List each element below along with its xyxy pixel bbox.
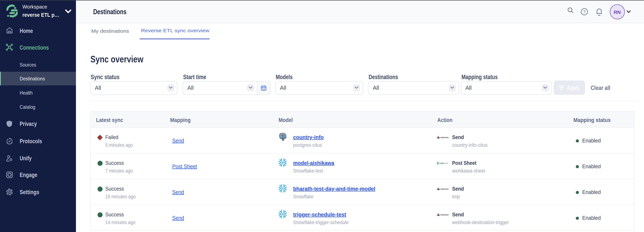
svg-text:?: ? <box>583 9 586 14</box>
